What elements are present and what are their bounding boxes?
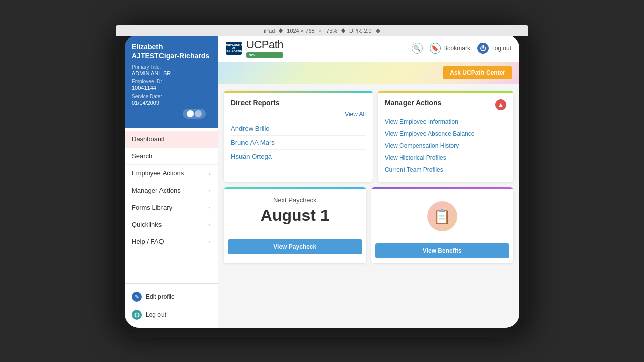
tablet-screen: Elizabeth AJTESTCigar-Richards Primary T… bbox=[125, 34, 519, 328]
sidebar: Elizabeth AJTESTCigar-Richards Primary T… bbox=[125, 34, 218, 328]
sidebar-item-quicklinks[interactable]: Quicklinks › bbox=[125, 216, 218, 233]
toggle-dot-1 bbox=[187, 110, 194, 117]
sidebar-item-label: Employee Actions bbox=[132, 169, 184, 177]
action-view-compensation-history[interactable]: View Compensation History bbox=[385, 140, 506, 152]
device-label: iPad bbox=[264, 28, 275, 34]
edit-profile-button[interactable]: ✎ Edit profile bbox=[125, 288, 218, 306]
view-paycheck-button[interactable]: View Paycheck bbox=[228, 239, 362, 254]
direct-reports-content: Direct Reports View All Andrew Brillo Br… bbox=[224, 93, 373, 169]
app-container: Elizabeth AJTESTCigar-Richards Primary T… bbox=[125, 34, 519, 328]
benefits-icon: 📋 bbox=[427, 201, 457, 231]
chevron-right-icon: › bbox=[209, 170, 211, 176]
employee-id-label: Employee ID: bbox=[132, 79, 211, 84]
edit-profile-icon: ✎ bbox=[132, 292, 142, 302]
sidebar-item-employee-actions[interactable]: Employee Actions › bbox=[125, 165, 218, 182]
zoom-level: 75% bbox=[326, 28, 337, 34]
logout-button[interactable]: ⏻ Log out bbox=[477, 43, 511, 54]
sidebar-item-label: Help / FAQ bbox=[132, 238, 164, 245]
manager-actions-title: Manager Actions bbox=[385, 99, 441, 107]
sidebar-bottom: ✎ Edit profile ⏻ Log out bbox=[125, 283, 218, 328]
employee-id-value: 10041144 bbox=[132, 85, 211, 91]
bottom-cards-row: Next Paycheck August 1 View Paycheck bbox=[224, 187, 513, 263]
bookmark-label: Bookmark bbox=[443, 45, 470, 52]
benefits-icon-area: 📋 bbox=[378, 196, 507, 236]
sidebar-item-forms-library[interactable]: Forms Library › bbox=[125, 199, 218, 216]
benefits-emoji: 📋 bbox=[433, 208, 451, 225]
sidebar-item-search[interactable]: Search bbox=[125, 148, 218, 165]
employee-link-andrew[interactable]: Andrew Brillo bbox=[231, 122, 366, 136]
user-section: Elizabeth AJTESTCigar-Richards Primary T… bbox=[125, 34, 218, 128]
chevron-right-icon: › bbox=[209, 205, 211, 211]
sidebar-item-manager-actions[interactable]: Manager Actions › bbox=[125, 182, 218, 199]
service-date-label: Service Date: bbox=[132, 94, 211, 99]
user-name: Elizabeth AJTESTCigar-Richards bbox=[132, 42, 211, 60]
app-title: UCPath bbox=[246, 38, 283, 51]
paycheck-label: Next Paycheck bbox=[231, 196, 359, 204]
dev-badge: dev bbox=[246, 52, 283, 58]
direct-reports-title: Direct Reports bbox=[231, 99, 366, 107]
paycheck-date: August 1 bbox=[231, 206, 359, 225]
banner: Ask UCPath Center bbox=[218, 62, 519, 84]
paycheck-card: Next Paycheck August 1 View Paycheck bbox=[224, 187, 366, 263]
employee-link-bruno[interactable]: Bruno AA Mars bbox=[231, 136, 366, 150]
paycheck-content: Next Paycheck August 1 bbox=[224, 189, 366, 239]
theme-toggle[interactable] bbox=[183, 109, 206, 119]
chevron-right-icon: › bbox=[209, 188, 211, 194]
logo-area: UNIVERSITY OF CALIFORNIA UCPath dev bbox=[226, 38, 283, 58]
sidebar-logout-button[interactable]: ⏻ Log out bbox=[125, 306, 218, 324]
nav-menu: Dashboard Search Employee Actions › Mana… bbox=[125, 128, 218, 283]
action-view-absence-balance[interactable]: View Employee Absence Balance bbox=[385, 128, 506, 140]
action-current-team-profiles[interactable]: Current Team Profiles bbox=[385, 164, 506, 176]
chevron-right-icon: › bbox=[209, 239, 211, 245]
benefits-card: 📋 View Benefits bbox=[371, 187, 514, 263]
main-content: UNIVERSITY OF CALIFORNIA UCPath dev 🔍 bbox=[218, 34, 519, 328]
sidebar-item-label: Quicklinks bbox=[132, 221, 162, 228]
logout-icon: ⏻ bbox=[477, 43, 489, 54]
device-frame: iPad 1024 × 768 × 75% DPR: 2.0 ⊗ Elizabe… bbox=[116, 25, 528, 337]
uc-logo: UNIVERSITY OF CALIFORNIA bbox=[226, 42, 242, 55]
bookmark-button[interactable]: 🔖 Bookmark bbox=[430, 43, 470, 54]
service-date-value: 01/14/2009 bbox=[132, 100, 211, 106]
sidebar-item-label: Forms Library bbox=[132, 204, 172, 211]
view-all-link[interactable]: View All bbox=[345, 111, 366, 118]
sidebar-item-dashboard[interactable]: Dashboard bbox=[125, 131, 218, 148]
sidebar-item-label: Search bbox=[132, 152, 152, 160]
header-actions: 🔍 🔖 Bookmark ⏻ Log out bbox=[412, 43, 511, 54]
status-bar: iPad 1024 × 768 × 75% DPR: 2.0 ⊗ bbox=[116, 25, 528, 36]
search-icon: 🔍 bbox=[412, 43, 423, 54]
logout-label: Log out bbox=[491, 45, 511, 52]
dpr: DPR: 2.0 bbox=[349, 28, 372, 34]
view-benefits-button[interactable]: View Benefits bbox=[375, 243, 510, 258]
search-button[interactable]: 🔍 bbox=[412, 43, 423, 54]
direct-reports-card: Direct Reports View All Andrew Brillo Br… bbox=[224, 90, 373, 182]
sidebar-logout-label: Log out bbox=[146, 311, 166, 318]
bookmark-icon: 🔖 bbox=[430, 43, 441, 54]
primary-title-label: Primary Title: bbox=[132, 64, 211, 70]
svg-marker-1 bbox=[341, 28, 345, 33]
sidebar-item-label: Manager Actions bbox=[132, 187, 181, 194]
toggle-area bbox=[132, 106, 211, 122]
manager-actions-header: Manager Actions ▲ bbox=[385, 99, 506, 111]
sidebar-item-label: Dashboard bbox=[132, 135, 164, 143]
ask-ucpath-button[interactable]: Ask UCPath Center bbox=[443, 66, 512, 79]
sidebar-item-help-faq[interactable]: Help / FAQ › bbox=[125, 233, 218, 250]
employee-link-hsuan[interactable]: Hsuan Ortega bbox=[231, 150, 366, 163]
dashboard-content: Direct Reports View All Andrew Brillo Br… bbox=[218, 84, 519, 328]
view-all-row: View All bbox=[231, 111, 366, 118]
header: UNIVERSITY OF CALIFORNIA UCPath dev 🔍 bbox=[218, 34, 519, 62]
manager-actions-card: Manager Actions ▲ View Employee Informat… bbox=[378, 90, 513, 182]
svg-marker-0 bbox=[279, 28, 283, 33]
resolution: 1024 × 768 bbox=[287, 28, 314, 34]
top-cards-row: Direct Reports View All Andrew Brillo Br… bbox=[224, 90, 513, 182]
logout-icon: ⏻ bbox=[132, 310, 142, 320]
manager-actions-content: Manager Actions ▲ View Employee Informat… bbox=[378, 93, 513, 182]
chevron-right-icon: › bbox=[209, 222, 211, 228]
collapse-button[interactable]: ▲ bbox=[495, 99, 506, 110]
action-view-employee-info[interactable]: View Employee Information bbox=[385, 116, 506, 128]
edit-profile-label: Edit profile bbox=[146, 293, 175, 300]
toggle-dot-2 bbox=[195, 110, 202, 117]
primary-title-value: ADMIN ANL SR bbox=[132, 70, 211, 76]
benefits-content: 📋 bbox=[371, 189, 514, 243]
action-view-historical-profiles[interactable]: View Historical Profiles bbox=[385, 152, 506, 164]
